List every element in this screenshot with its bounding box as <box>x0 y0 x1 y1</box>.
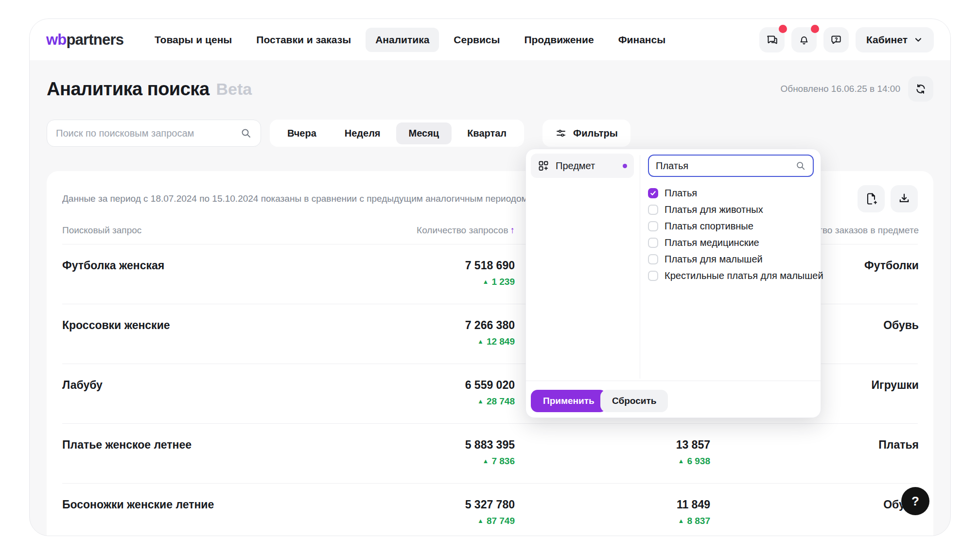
filter-option[interactable]: Платья для малышей <box>648 251 823 267</box>
checkbox[interactable] <box>648 188 658 198</box>
beta-badge: Beta <box>216 80 252 99</box>
requests-cell: 7 518 690 ▲1 239 <box>305 259 515 287</box>
messages-button[interactable] <box>759 27 785 52</box>
filter-option[interactable]: Платья <box>648 185 823 201</box>
requests-delta: ▲87 749 <box>305 516 515 526</box>
query-search-input[interactable] <box>56 128 240 139</box>
help-fab-button[interactable]: ? <box>901 487 929 515</box>
cabinet-label: Кабинет <box>866 34 908 46</box>
period-tabs: ВчераНеделяМесяцКвартал <box>270 120 524 147</box>
search-icon <box>240 127 252 139</box>
brand-logo-partners: partners <box>66 31 123 48</box>
panel-footer-divider <box>526 381 821 381</box>
filter-option-label: Платья для животных <box>665 204 763 215</box>
brand-logo[interactable]: wbpartners <box>46 31 123 49</box>
requests-delta: ▲28 748 <box>305 396 515 407</box>
orders-cell: 13 857 ▲6 938 <box>515 438 710 467</box>
panel-search-input[interactable] <box>656 160 795 172</box>
app-window: wbpartners Товары и ценыПоставки и заказ… <box>29 18 951 536</box>
table-row[interactable]: Платье женское летнее 5 883 395 ▲7 836 1… <box>62 424 918 484</box>
requests-delta: ▲12 849 <box>305 336 515 347</box>
period-tab[interactable]: Вчера <box>275 122 329 144</box>
checkbox[interactable] <box>648 205 658 215</box>
period-tab[interactable]: Неделя <box>332 122 393 144</box>
requests-delta: ▲7 836 <box>305 456 515 467</box>
create-report-button[interactable] <box>858 185 885 212</box>
item-cell: Платья <box>710 438 919 452</box>
filters-toolbar: ВчераНеделяМесяцКвартал Фильтры <box>47 120 933 147</box>
column-header-query[interactable]: Поисковый запрос <box>62 225 305 236</box>
updated-timestamp: Обновлено 16.06.25 в 14:00 <box>780 84 900 94</box>
filter-option[interactable]: Платья медицинские <box>648 234 823 251</box>
page-title: Аналитика поиска <box>47 79 210 100</box>
filter-category-item[interactable]: Предмет <box>531 154 634 178</box>
filter-options-list: Платья Платья для животных Платья спорти… <box>648 185 823 284</box>
main-menu: Товары и ценыПоставки и заказыАналитикаС… <box>145 28 675 52</box>
brand-logo-wb: wb <box>46 31 66 48</box>
period-tab[interactable]: Квартал <box>455 122 519 144</box>
nav-item[interactable]: Аналитика <box>366 28 439 52</box>
checkbox[interactable] <box>648 271 658 281</box>
messages-notification-dot <box>779 25 787 33</box>
filters-button[interactable]: Фильтры <box>542 120 630 147</box>
checkbox[interactable] <box>648 238 658 248</box>
item-cell: Обувь <box>710 498 919 511</box>
panel-divider <box>640 155 640 379</box>
query-cell: Лабубу <box>62 379 305 392</box>
filter-option-label: Платья <box>665 188 697 199</box>
refresh-button[interactable] <box>908 76 933 102</box>
period-tab[interactable]: Месяц <box>396 122 452 144</box>
filter-option-label: Крестильные платья для малышей <box>665 270 823 281</box>
chevron-down-icon <box>913 35 923 45</box>
nav-item[interactable]: Сервисы <box>444 28 509 52</box>
notifications-button[interactable] <box>791 27 817 52</box>
table-row[interactable]: Босоножки женские летние 5 327 780 ▲87 7… <box>62 484 918 536</box>
filter-option-label: Платья спортивные <box>665 221 753 232</box>
column-header-requests[interactable]: Количество запросов↑ <box>305 225 515 236</box>
chat-icon <box>766 34 778 46</box>
delta-up-icon: ▲ <box>477 338 484 345</box>
file-add-icon <box>864 192 878 206</box>
panel-search-box[interactable] <box>648 155 814 177</box>
checkbox[interactable] <box>648 221 658 231</box>
filter-option[interactable]: Платья спортивные <box>648 218 823 234</box>
panel-search-icon <box>795 160 806 171</box>
nav-item[interactable]: Продвижение <box>514 28 603 52</box>
checkbox[interactable] <box>648 254 658 264</box>
requests-cell: 7 266 380 ▲12 849 <box>305 319 515 347</box>
notifications-dot <box>811 25 819 33</box>
delta-up-icon: ▲ <box>477 517 484 524</box>
download-icon <box>897 192 911 206</box>
nav-item[interactable]: Поставки и заказы <box>246 28 361 52</box>
filter-option[interactable]: Крестильные платья для малышей <box>648 267 823 284</box>
orders-cell: 11 849 ▲8 837 <box>515 498 710 526</box>
delta-up-icon: ▲ <box>678 517 684 524</box>
sliders-icon <box>555 127 567 139</box>
download-button[interactable] <box>891 185 918 212</box>
nav-item[interactable]: Финансы <box>609 28 676 52</box>
help-bubble-icon <box>830 34 842 46</box>
filters-button-label: Фильтры <box>573 128 618 139</box>
nav-right-controls: Кабинет <box>759 27 934 52</box>
cabinet-button[interactable]: Кабинет <box>856 27 934 52</box>
filters-dropdown-panel: Предмет Платья Платья для животных Плать… <box>525 149 821 418</box>
filter-category-label: Предмет <box>556 160 595 172</box>
requests-cell: 5 327 780 ▲87 749 <box>305 498 515 526</box>
reset-filters-button[interactable]: Сбросить <box>600 390 668 412</box>
query-search-box[interactable] <box>47 120 261 147</box>
filter-option[interactable]: Платья для животных <box>648 201 823 218</box>
requests-cell: 6 559 020 ▲28 748 <box>305 379 515 407</box>
query-cell: Босоножки женские летние <box>62 498 305 511</box>
filter-option-label: Платья медицинские <box>665 237 759 248</box>
orders-delta: ▲6 938 <box>515 456 710 467</box>
help-button[interactable] <box>823 27 849 52</box>
orders-delta: ▲8 837 <box>515 516 710 526</box>
requests-cell: 5 883 395 ▲7 836 <box>305 438 515 467</box>
apply-filters-button[interactable]: Применить <box>531 390 607 412</box>
query-cell: Платье женское летнее <box>62 438 305 452</box>
delta-up-icon: ▲ <box>678 457 684 465</box>
query-cell: Кроссовки женские <box>62 319 305 332</box>
nav-item[interactable]: Товары и цены <box>145 28 242 52</box>
top-navigation: wbpartners Товары и ценыПоставки и заказ… <box>30 19 950 60</box>
sort-asc-icon: ↑ <box>510 225 515 235</box>
